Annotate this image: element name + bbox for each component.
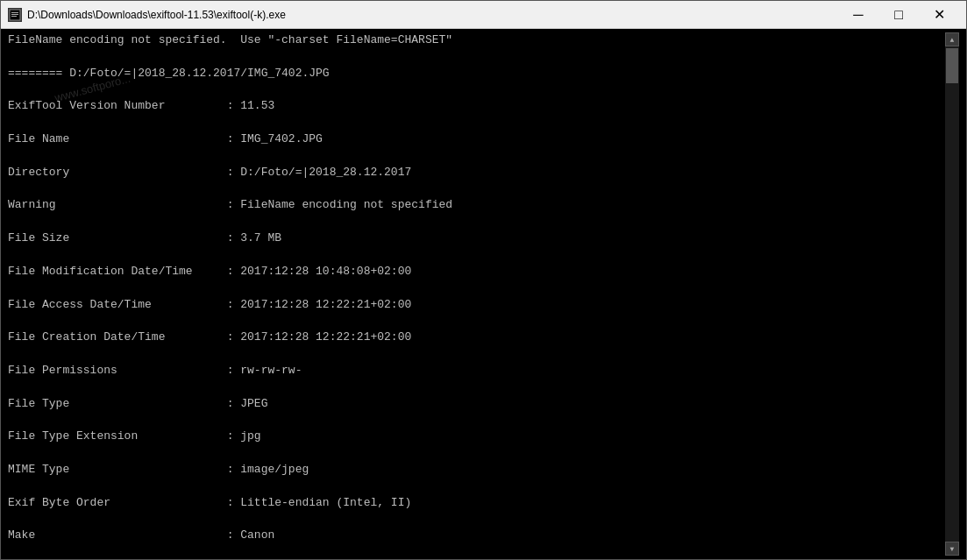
scrollbar-down-button[interactable]: ▼ <box>945 542 959 556</box>
scrollbar-up-button[interactable]: ▲ <box>945 32 959 46</box>
scrollbar-thumb[interactable] <box>946 48 958 83</box>
minimize-button[interactable]: ─ <box>838 1 878 29</box>
svg-rect-3 <box>11 16 17 17</box>
window-controls: ─ □ ✕ <box>838 1 959 29</box>
maximize-button[interactable]: □ <box>878 1 919 29</box>
console-line: Warning : FileName encoding not specifie… <box>8 197 945 214</box>
svg-rect-1 <box>11 12 18 13</box>
console-line: File Type Extension : jpg <box>8 429 945 445</box>
close-button[interactable]: ✕ <box>919 1 959 29</box>
title-bar: D:\Downloads\Downloads\exiftool-11.53\ex… <box>1 1 966 29</box>
console-line: MIME Type : image/jpeg <box>8 462 945 478</box>
console-line: File Access Date/Time : 2017:12:28 12:22… <box>8 297 945 314</box>
scrollbar[interactable]: ▲ ▼ <box>945 32 959 556</box>
console-line: FileName encoding not specified. Use "-c… <box>8 32 945 49</box>
console-line: File Size : 3.7 MB <box>8 230 945 247</box>
console-line: File Name : IMG_7402.JPG <box>8 131 945 148</box>
console-area: FileName encoding not specified. Use "-c… <box>1 29 966 559</box>
console-line: File Modification Date/Time : 2017:12:28… <box>8 264 945 280</box>
title-text: D:\Downloads\Downloads\exiftool-11.53\ex… <box>27 9 838 21</box>
svg-rect-2 <box>11 14 18 15</box>
main-window: D:\Downloads\Downloads\exiftool-11.53\ex… <box>0 0 967 560</box>
console-line: ======== D:/Foto/=|2018_28.12.2017/IMG_7… <box>8 66 945 82</box>
console-output: FileName encoding not specified. Use "-c… <box>8 32 945 556</box>
console-line: ExifTool Version Number : 11.53 <box>8 98 945 115</box>
console-line: Make : Canon <box>8 528 945 544</box>
console-line: Exif Byte Order : Little-endian (Intel, … <box>8 495 945 512</box>
scrollbar-track[interactable] <box>945 46 959 542</box>
window-icon <box>8 8 22 22</box>
console-line: File Creation Date/Time : 2017:12:28 12:… <box>8 330 945 346</box>
console-line: File Type : JPEG <box>8 396 945 413</box>
console-line: Directory : D:/Foto/=|2018_28.12.2017 <box>8 165 945 181</box>
console-line: File Permissions : rw-rw-rw- <box>8 363 945 379</box>
